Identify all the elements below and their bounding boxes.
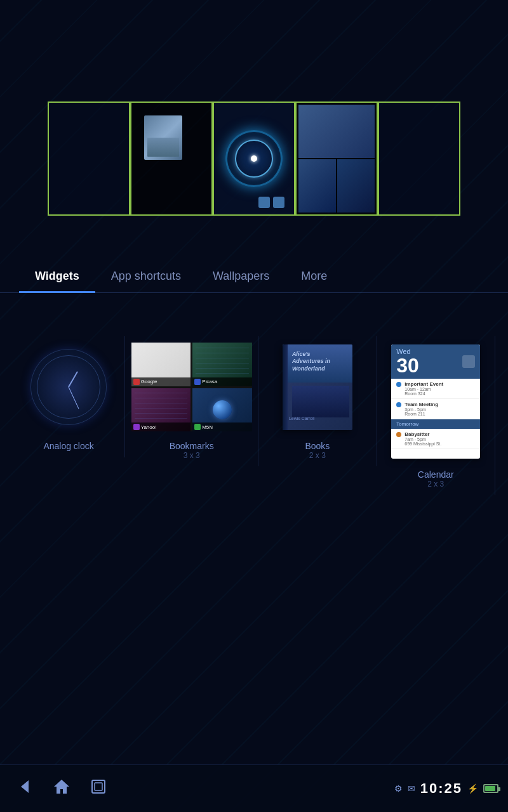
widget-calendar[interactable]: Wed 30 Important Event 10am - 12am Room … (377, 336, 495, 495)
bottom-nav-bar: ⚙ ✉ 10:25 ⚡ (0, 764, 508, 812)
widgets-grid: Analog clock Google (13, 336, 495, 495)
widget-bookmarks[interactable]: Google Picasa Yahoo! (125, 336, 258, 466)
bookmark-cell-picasa: Picasa (192, 343, 252, 386)
book-author: Lewis Carroll (289, 416, 349, 421)
tab-widgets[interactable]: Widgets (19, 260, 95, 292)
status-bar-right: ⚙ ✉ 10:25 ⚡ (394, 780, 508, 797)
bookmarks-grid: Google Picasa Yahoo! (131, 343, 252, 431)
event-time-2: 3pm - 5pm (404, 407, 438, 412)
photo-thumbnail (144, 115, 182, 160)
books-preview: Alice'sAdventures inWonderland Lewis Car… (273, 343, 362, 431)
event-title-2: Team Meeting (404, 402, 438, 407)
homescreen-preview (48, 102, 460, 216)
screen-panel-side-left[interactable] (130, 102, 213, 216)
widget-analog-clock[interactable]: Analog clock (13, 336, 125, 457)
svg-rect-2 (92, 780, 105, 793)
bookmark-cell-msn: M5N (192, 388, 252, 432)
event-dot-tomorrow (396, 432, 401, 437)
event-room-tomorrow: 699 Mississippi St. (404, 442, 441, 446)
battery-icon (483, 784, 498, 793)
bookmark-cell-yahoo: Yahoo! (131, 388, 191, 432)
event-dot-2 (396, 402, 401, 407)
tab-wallpapers[interactable]: Wallpapers (197, 260, 285, 292)
calendar-event-tomorrow: Babysitter 7am - 5pm 699 Mississippi St. (391, 429, 480, 449)
calendar-event-2: Team Meeting 3pm - 5pm Room 211 (391, 399, 480, 419)
event-room-2: Room 211 (404, 412, 438, 416)
widget-size-calendar: 2 x 3 (427, 480, 444, 488)
book-cover: Alice'sAdventures inWonderland Lewis Car… (283, 344, 352, 430)
time-display: 10:25 (420, 780, 462, 797)
screen-panel-far-right[interactable] (378, 102, 460, 216)
widget-name-bookmarks: Bookmarks (170, 441, 214, 451)
back-button[interactable] (16, 778, 34, 799)
svg-marker-0 (21, 780, 29, 793)
widgets-section: Analog clock Google (0, 324, 508, 761)
calendar-date: 30 (396, 355, 419, 376)
event-title-tomorrow: Babysitter (404, 431, 441, 437)
tabs-section: Widgets App shortcuts Wallpapers More (0, 260, 508, 293)
screen-panel-far-left[interactable] (48, 102, 130, 216)
calendar-preview-container: Wed 30 Important Event 10am - 12am Room … (391, 343, 480, 460)
tab-more[interactable]: More (285, 260, 343, 292)
event-room-1: Room 324 (404, 391, 443, 396)
nav-left-group (0, 778, 394, 799)
event-title-1: Important Event (404, 381, 443, 387)
widget-size-bookmarks: 3 x 3 (184, 451, 200, 460)
widget-books[interactable]: Alice'sAdventures inWonderland Lewis Car… (258, 336, 377, 466)
analog-clock-face (30, 349, 107, 425)
bluetooth-status-icon: ⚡ (467, 783, 478, 794)
tab-app-shortcuts[interactable]: App shortcuts (95, 260, 197, 292)
circle-widget (225, 130, 283, 187)
bookmark-cell-google: Google (131, 343, 191, 386)
bookmarks-preview: Google Picasa Yahoo! (128, 343, 255, 431)
widget-name-calendar: Calendar (418, 469, 454, 480)
screen-panel-center[interactable] (213, 102, 295, 216)
calendar-display: Wed 30 Important Event 10am - 12am Room … (391, 344, 480, 459)
widget-name-books: Books (305, 441, 330, 451)
email-status-icon: ✉ (408, 783, 415, 794)
widget-size-books: 2 x 3 (309, 451, 326, 460)
books-display: Alice'sAdventures inWonderland Lewis Car… (273, 343, 362, 431)
screen-panel-side-right[interactable] (295, 102, 378, 216)
event-time-tomorrow: 7am - 5pm (404, 437, 441, 442)
calendar-event-1: Important Event 10am - 12am Room 324 (391, 379, 480, 399)
svg-marker-1 (54, 780, 69, 794)
widget-name-analog-clock: Analog clock (43, 441, 93, 451)
analog-clock-preview (24, 343, 113, 431)
event-dot-1 (396, 382, 401, 387)
recents-button[interactable] (90, 778, 107, 799)
center-panel-icons (258, 197, 284, 208)
event-time-1: 10am - 12am (404, 387, 443, 391)
calendar-button[interactable] (462, 355, 475, 368)
calendar-header: Wed 30 (391, 344, 480, 379)
home-button[interactable] (53, 778, 70, 799)
calendar-tomorrow-label: Tomorrow (391, 419, 480, 429)
settings-status-icon: ⚙ (394, 783, 403, 794)
tabs-bar: Widgets App shortcuts Wallpapers More (0, 260, 508, 293)
svg-rect-3 (95, 783, 102, 790)
